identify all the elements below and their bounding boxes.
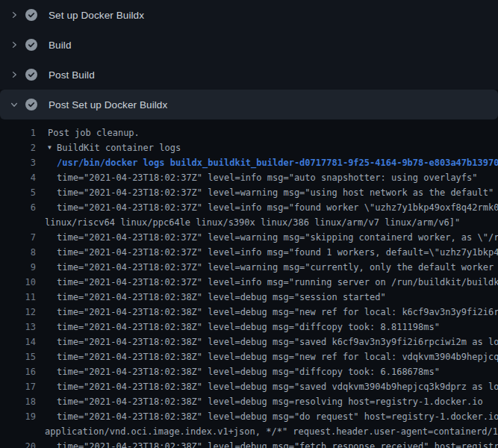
log-text: time="2021-04-23T18:02:37Z" level=warnin…	[57, 260, 498, 275]
log-line: 5 time="2021-04-23T18:02:37Z" level=warn…	[0, 185, 498, 200]
chevron-right-icon[interactable]	[7, 9, 21, 21]
log-console: 1 Post job cleanup. 2 ▼ BuildKit contain…	[0, 119, 498, 448]
log-text: time="2021-04-23T18:02:37Z" level=info m…	[57, 245, 498, 260]
step-header-1[interactable]: Build	[0, 30, 498, 60]
log-line: 1 Post job cleanup.	[0, 125, 498, 140]
log-line: 9 time="2021-04-23T18:02:37Z" level=warn…	[0, 260, 498, 275]
log-text: time="2021-04-23T18:02:38Z" level=debug …	[57, 320, 440, 335]
line-number[interactable]: 14	[0, 335, 36, 349]
log-text: linux/riscv64 linux/ppc64le linux/s390x …	[45, 215, 460, 230]
log-line: 6 time="2021-04-23T18:02:37Z" level=info…	[0, 200, 498, 215]
check-circle-icon	[25, 39, 37, 51]
log-text: time="2021-04-23T18:02:38Z" level=debug …	[57, 335, 498, 349]
log-text: time="2021-04-23T18:02:38Z" level=debug …	[57, 364, 440, 379]
steps-list: Set up Docker Buildx Build	[0, 0, 498, 119]
group-toggle-icon[interactable]: ▼	[48, 140, 57, 155]
line-number[interactable]	[0, 215, 36, 230]
log-line: 13 time="2021-04-23T18:02:38Z" level=deb…	[0, 320, 498, 335]
line-number[interactable]: 13	[0, 320, 36, 335]
log-line: application/vnd.oci.image.index.v1+json,…	[0, 424, 498, 439]
step-title: Post Build	[49, 69, 95, 81]
log-line: linux/riscv64 linux/ppc64le linux/s390x …	[0, 215, 498, 230]
step-title: Build	[49, 40, 72, 51]
log-text: time="2021-04-23T18:02:37Z" level=info m…	[57, 200, 498, 215]
log-text: time="2021-04-23T18:02:38Z" level=debug …	[57, 409, 498, 424]
log-line: 11 time="2021-04-23T18:02:38Z" level=deb…	[0, 290, 498, 305]
log-text: time="2021-04-23T18:02:38Z" level=debug …	[57, 349, 498, 364]
log-line: 7 time="2021-04-23T18:02:37Z" level=warn…	[0, 230, 498, 245]
actions-log-viewer: Set up Docker Buildx Build	[0, 0, 498, 448]
check-circle-icon	[25, 9, 37, 21]
line-number[interactable]: 4	[0, 170, 36, 185]
log-text: time="2021-04-23T18:02:38Z" level=debug …	[57, 394, 483, 409]
log-text: time="2021-04-23T18:02:37Z" level=info m…	[57, 170, 478, 185]
log-text: time="2021-04-23T18:02:38Z" level=debug …	[57, 379, 498, 394]
chevron-right-icon[interactable]	[7, 39, 21, 51]
chevron-down-icon[interactable]	[7, 99, 21, 111]
line-number[interactable]: 20	[0, 439, 36, 448]
log-text: /usr/bin/docker logs buildx_buildkit_bui…	[57, 155, 498, 170]
log-text: BuildKit container logs	[57, 140, 181, 155]
step-header-0[interactable]: Set up Docker Buildx	[0, 0, 498, 30]
log-line: 18 time="2021-04-23T18:02:38Z" level=deb…	[0, 394, 498, 409]
step-title: Post Set up Docker Buildx	[49, 99, 167, 111]
log-text: time="2021-04-23T18:02:38Z" level=debug …	[57, 439, 498, 448]
log-line: 2 ▼ BuildKit container logs	[0, 140, 498, 155]
line-number[interactable]: 17	[0, 379, 36, 394]
chevron-right-icon[interactable]	[7, 69, 21, 81]
log-line: 14 time="2021-04-23T18:02:38Z" level=deb…	[0, 335, 498, 349]
log-text: time="2021-04-23T18:02:37Z" level=info m…	[57, 275, 498, 290]
line-number[interactable]: 15	[0, 349, 36, 364]
line-number[interactable]: 19	[0, 409, 36, 424]
line-number[interactable]: 11	[0, 290, 36, 305]
check-circle-icon	[25, 69, 37, 81]
line-number[interactable]: 2	[0, 140, 36, 155]
step-title: Set up Docker Buildx	[49, 10, 144, 21]
log-line: 4 time="2021-04-23T18:02:37Z" level=info…	[0, 170, 498, 185]
log-line: 16 time="2021-04-23T18:02:38Z" level=deb…	[0, 364, 498, 379]
check-circle-icon	[25, 99, 37, 111]
line-number[interactable]: 10	[0, 275, 36, 290]
step-header-2[interactable]: Post Build	[0, 60, 498, 90]
log-text: time="2021-04-23T18:02:38Z" level=debug …	[57, 305, 498, 320]
log-line: 17 time="2021-04-23T18:02:38Z" level=deb…	[0, 379, 498, 394]
line-number[interactable]: 1	[0, 125, 36, 140]
log-line: 10 time="2021-04-23T18:02:37Z" level=inf…	[0, 275, 498, 290]
line-number[interactable]: 7	[0, 230, 36, 245]
log-text: Post job cleanup.	[48, 125, 140, 140]
log-line: 12 time="2021-04-23T18:02:38Z" level=deb…	[0, 305, 498, 320]
log-line: 3 /usr/bin/docker logs buildx_buildkit_b…	[0, 155, 498, 170]
step-header-3[interactable]: Post Set up Docker Buildx	[0, 90, 498, 119]
log-line: 8 time="2021-04-23T18:02:37Z" level=info…	[0, 245, 498, 260]
line-number[interactable]: 3	[0, 155, 36, 170]
log-line: 15 time="2021-04-23T18:02:38Z" level=deb…	[0, 349, 498, 364]
log-text: time="2021-04-23T18:02:37Z" level=warnin…	[57, 185, 494, 200]
log-line: 19 time="2021-04-23T18:02:38Z" level=deb…	[0, 409, 498, 424]
log-text: time="2021-04-23T18:02:38Z" level=debug …	[57, 290, 386, 305]
line-number[interactable]: 5	[0, 185, 36, 200]
line-number[interactable]	[0, 424, 36, 439]
line-number[interactable]: 16	[0, 364, 36, 379]
log-line: 20 time="2021-04-23T18:02:38Z" level=deb…	[0, 439, 498, 448]
line-number[interactable]: 8	[0, 245, 36, 260]
line-number[interactable]: 9	[0, 260, 36, 275]
log-text: application/vnd.oci.image.index.v1+json,…	[45, 424, 498, 439]
line-number[interactable]: 12	[0, 305, 36, 320]
line-number[interactable]: 6	[0, 200, 36, 215]
line-number[interactable]: 18	[0, 394, 36, 409]
log-text: time="2021-04-23T18:02:37Z" level=warnin…	[57, 230, 498, 245]
